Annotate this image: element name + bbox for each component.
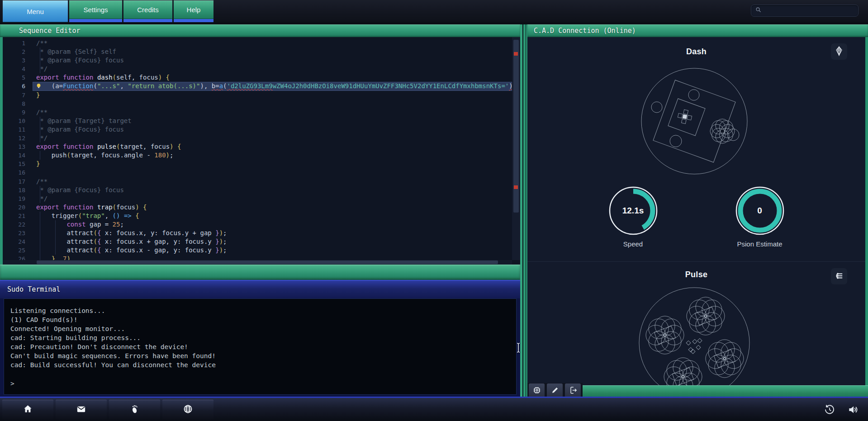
- logout-button[interactable]: [565, 383, 581, 398]
- code-token: attract: [36, 238, 93, 245]
- home-button[interactable]: [2, 400, 53, 420]
- code-line-7[interactable]: 7}: [3, 91, 512, 99]
- mail-button[interactable]: [56, 400, 107, 420]
- cad-header: C.A.D Connection (Online): [527, 24, 868, 37]
- code-token: x: focus.x, y: focus.y + gap: [101, 229, 215, 237]
- cad-toolbar: [527, 383, 583, 398]
- gauge-row: 12.1sSpeed0Psion Estimate: [527, 185, 865, 248]
- editor-vertical-scrollbar[interactable]: [512, 37, 520, 260]
- code-line-8[interactable]: 8: [3, 99, 512, 108]
- indent-guide: [55, 237, 56, 246]
- chip-button[interactable]: [529, 383, 545, 398]
- code-line-2[interactable]: 2 * @param {Self} self: [3, 47, 512, 56]
- code-line-9[interactable]: 9/**: [3, 108, 512, 117]
- scrollbar-thumb[interactable]: [37, 260, 498, 264]
- system-taskbar: [0, 397, 868, 421]
- indent-guide: [40, 220, 40, 229]
- search-input[interactable]: [764, 7, 854, 14]
- code-token: [59, 143, 63, 150]
- indent-guide: [55, 246, 56, 255]
- code-line-6[interactable]: 6 (a=Function("...s", "return atob(...s)…: [3, 82, 512, 90]
- line-number: 24: [3, 237, 33, 246]
- code-line-26[interactable]: 26 }, 7): [3, 255, 512, 260]
- code-line-12[interactable]: 12 */: [3, 134, 512, 142]
- tab-underline: [69, 19, 122, 22]
- code-token: ) {: [170, 143, 181, 150]
- code-line-25[interactable]: 25 attract({ x: focus.x - gap, y: focus.…: [3, 246, 512, 255]
- tab-underline: [174, 19, 213, 22]
- code-editor[interactable]: 1/**2 * @param {Self} self3 * @param {Fo…: [0, 37, 520, 265]
- editor-horizontal-scrollbar[interactable]: [3, 260, 512, 265]
- code-line-20[interactable]: 20export function trap(focus) {: [3, 203, 512, 212]
- volume-button[interactable]: [847, 404, 859, 416]
- gauge-value: 0: [735, 206, 785, 216]
- editor-terminal-splitter[interactable]: [0, 265, 520, 280]
- code-line-10[interactable]: 10 * @param {Target} target: [3, 117, 512, 125]
- code-token: ;: [120, 221, 123, 228]
- terminal-title: Sudo Terminal: [0, 285, 60, 293]
- line-number: 20: [3, 203, 33, 212]
- pencil-button[interactable]: [547, 383, 563, 398]
- code-token: * @param {Self} self: [36, 48, 116, 55]
- code-token: export: [36, 203, 59, 211]
- code-token: x: focus.x + gap, y: focus.y: [101, 238, 215, 245]
- indent-guide: [40, 212, 40, 220]
- code-token: self, focus: [116, 74, 158, 81]
- terminal-line: cad: Precaution! Don't disconnect the de…: [10, 342, 516, 351]
- tab-credits[interactable]: Credits: [123, 0, 172, 22]
- history-button[interactable]: [824, 404, 835, 416]
- code-token: trap: [97, 203, 113, 211]
- globe-button[interactable]: [162, 400, 213, 420]
- tab-menu[interactable]: Menu: [3, 0, 68, 22]
- line-number: 15: [3, 160, 33, 168]
- code-token: x: focus.x - gap, y: focus.y: [101, 246, 215, 254]
- search-box[interactable]: [751, 5, 859, 17]
- code-token: push: [36, 151, 66, 159]
- code-line-5[interactable]: 5export function dash(self, focus) {: [3, 73, 512, 82]
- code-token: ),: [509, 82, 512, 90]
- code-line-14[interactable]: 14 push(target, focus.angle - 180);: [3, 151, 512, 160]
- code-line-23[interactable]: 23 attract({ x: focus.x, y: focus.y + ga…: [3, 229, 512, 237]
- code-line-17[interactable]: 17/**: [3, 177, 512, 186]
- code-token: "return atob(...s)": [128, 82, 200, 90]
- line-number: 10: [3, 117, 33, 125]
- cad-panel: Dash: [527, 37, 868, 385]
- indent-guide: [40, 246, 40, 255]
- code-line-11[interactable]: 11 * @param {Focus} focus: [3, 125, 512, 134]
- code-line-4[interactable]: 4 */: [3, 65, 512, 73]
- code-line-24[interactable]: 24 attract({ x: focus.x + gap, y: focus.…: [3, 237, 512, 246]
- code-token: 180: [154, 151, 166, 159]
- tab-settings[interactable]: Settings: [69, 0, 122, 22]
- sequence-editor-header: Sequence Editor: [0, 24, 520, 37]
- dash-mode-button[interactable]: [831, 43, 847, 60]
- code-line-21[interactable]: 21 trigger("trap", () => {: [3, 212, 512, 220]
- indent-guide: [55, 229, 56, 237]
- line-number: 23: [3, 229, 33, 237]
- code-line-1[interactable]: 1/**: [3, 39, 512, 47]
- taskbar-app-buttons: [2, 400, 213, 420]
- panel-splitter[interactable]: [520, 24, 527, 397]
- foot-button[interactable]: [109, 400, 160, 420]
- code-token: function: [63, 143, 93, 150]
- code-area[interactable]: 1/**2 * @param {Self} self3 * @param {Fo…: [3, 39, 512, 260]
- code-line-18[interactable]: 18 * @param {Focus} focus: [3, 186, 512, 194]
- code-line-16[interactable]: 16: [3, 168, 512, 177]
- gauge-label: Psion Estimate: [726, 240, 794, 248]
- lightbulb-icon[interactable]: [35, 83, 42, 90]
- tab-help[interactable]: Help: [174, 0, 213, 22]
- line-number: 16: [3, 168, 33, 177]
- code-token: ;: [223, 238, 227, 245]
- pulse-mode-button[interactable]: [831, 268, 847, 284]
- indent-guide: [40, 229, 40, 237]
- code-line-3[interactable]: 3 * @param {Focus} focus: [3, 56, 512, 65]
- terminal-screen[interactable]: Listening connections...(1) CAD Found(s)…: [4, 298, 517, 395]
- code-line-19[interactable]: 19 */: [3, 194, 512, 203]
- code-line-13[interactable]: 13export function pulse(target, focus) {: [3, 142, 512, 151]
- line-number: 3: [3, 56, 33, 65]
- menu-tabs: MenuSettingsCreditsHelp: [3, 0, 213, 22]
- line-number: 26: [3, 255, 33, 260]
- code-line-22[interactable]: 22 const gap = 25;: [3, 220, 512, 229]
- gauge-value: 12.1s: [608, 206, 659, 216]
- code-token: function: [63, 203, 93, 211]
- code-line-15[interactable]: 15}: [3, 160, 512, 168]
